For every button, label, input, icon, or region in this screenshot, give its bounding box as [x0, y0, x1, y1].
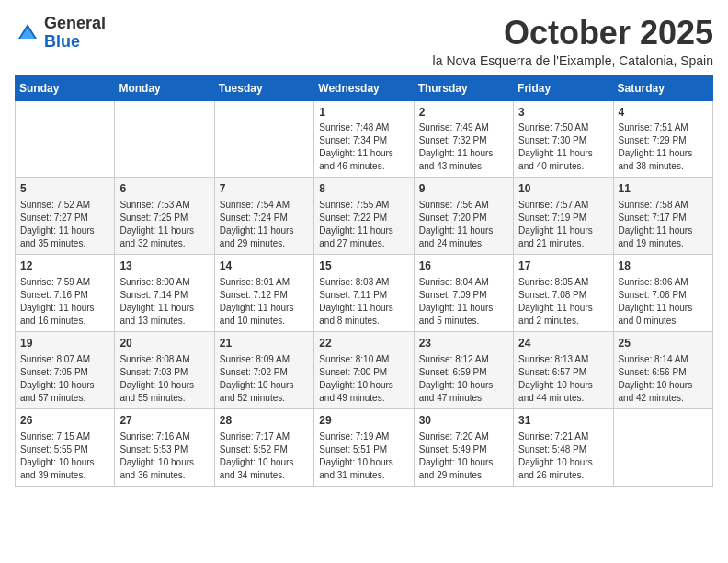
calendar-day-cell: 20Sunrise: 8:08 AM Sunset: 7:03 PM Dayli…: [115, 331, 214, 408]
calendar-day-cell: [16, 100, 115, 178]
day-info: Sunrise: 7:19 AM Sunset: 5:51 PM Dayligh…: [319, 431, 408, 482]
calendar-week-row: 1Sunrise: 7:48 AM Sunset: 7:34 PM Daylig…: [16, 100, 713, 178]
day-of-week-header: Saturday: [613, 75, 712, 100]
day-number: 31: [518, 413, 608, 429]
calendar-day-cell: 31Sunrise: 7:21 AM Sunset: 5:48 PM Dayli…: [514, 408, 613, 486]
calendar-day-cell: 1Sunrise: 7:48 AM Sunset: 7:34 PM Daylig…: [314, 100, 414, 178]
calendar-day-cell: [613, 408, 712, 486]
calendar-day-cell: 21Sunrise: 8:09 AM Sunset: 7:02 PM Dayli…: [214, 331, 313, 408]
calendar-day-cell: 25Sunrise: 8:14 AM Sunset: 6:56 PM Dayli…: [613, 331, 712, 408]
day-info: Sunrise: 7:54 AM Sunset: 7:24 PM Dayligh…: [220, 199, 309, 250]
day-number: 1: [319, 105, 408, 121]
day-number: 15: [319, 259, 408, 274]
day-number: 4: [619, 105, 708, 121]
calendar-table: SundayMondayTuesdayWednesdayThursdayFrid…: [15, 75, 713, 487]
day-number: 3: [518, 105, 608, 121]
calendar-week-row: 19Sunrise: 8:07 AM Sunset: 7:05 PM Dayli…: [16, 331, 713, 408]
day-info: Sunrise: 8:03 AM Sunset: 7:11 PM Dayligh…: [319, 276, 408, 327]
calendar-day-cell: 24Sunrise: 8:13 AM Sunset: 6:57 PM Dayli…: [514, 331, 613, 408]
day-number: 18: [619, 259, 708, 274]
day-info: Sunrise: 7:52 AM Sunset: 7:27 PM Dayligh…: [20, 199, 109, 250]
day-info: Sunrise: 8:12 AM Sunset: 6:59 PM Dayligh…: [419, 353, 508, 405]
day-number: 24: [518, 336, 608, 351]
calendar-day-cell: 3Sunrise: 7:50 AM Sunset: 7:30 PM Daylig…: [514, 100, 613, 178]
calendar-day-cell: 6Sunrise: 7:53 AM Sunset: 7:25 PM Daylig…: [115, 178, 214, 255]
day-info: Sunrise: 7:57 AM Sunset: 7:19 PM Dayligh…: [518, 199, 608, 250]
day-info: Sunrise: 8:10 AM Sunset: 7:00 PM Dayligh…: [319, 353, 408, 405]
day-number: 2: [419, 105, 508, 121]
logo-general: General: [44, 14, 106, 32]
calendar-day-cell: 29Sunrise: 7:19 AM Sunset: 5:51 PM Dayli…: [314, 408, 414, 486]
calendar-day-cell: [115, 100, 214, 178]
calendar-day-cell: 8Sunrise: 7:55 AM Sunset: 7:22 PM Daylig…: [314, 178, 414, 255]
day-of-week-header: Tuesday: [214, 75, 313, 100]
day-info: Sunrise: 7:48 AM Sunset: 7:34 PM Dayligh…: [319, 121, 408, 173]
logo-blue: Blue: [44, 32, 80, 51]
day-number: 10: [518, 181, 608, 197]
calendar-day-cell: 15Sunrise: 8:03 AM Sunset: 7:11 PM Dayli…: [314, 255, 414, 332]
day-of-week-header: Thursday: [414, 75, 513, 100]
day-number: 9: [419, 181, 508, 197]
calendar-day-cell: 5Sunrise: 7:52 AM Sunset: 7:27 PM Daylig…: [16, 178, 115, 255]
day-info: Sunrise: 8:05 AM Sunset: 7:08 PM Dayligh…: [518, 276, 608, 327]
calendar-day-cell: [214, 100, 313, 178]
day-info: Sunrise: 8:01 AM Sunset: 7:12 PM Dayligh…: [220, 276, 309, 327]
day-info: Sunrise: 8:07 AM Sunset: 7:05 PM Dayligh…: [20, 353, 109, 405]
day-info: Sunrise: 7:50 AM Sunset: 7:30 PM Dayligh…: [518, 121, 608, 173]
day-number: 14: [220, 259, 309, 274]
day-info: Sunrise: 7:53 AM Sunset: 7:25 PM Dayligh…: [119, 199, 209, 250]
day-info: Sunrise: 8:04 AM Sunset: 7:09 PM Dayligh…: [419, 276, 508, 327]
day-number: 7: [220, 181, 309, 197]
day-number: 17: [518, 259, 608, 274]
day-number: 8: [319, 181, 408, 197]
calendar-day-cell: 27Sunrise: 7:16 AM Sunset: 5:53 PM Dayli…: [115, 408, 214, 486]
calendar-day-cell: 28Sunrise: 7:17 AM Sunset: 5:52 PM Dayli…: [214, 408, 313, 486]
calendar-day-cell: 30Sunrise: 7:20 AM Sunset: 5:49 PM Dayli…: [414, 408, 513, 486]
logo: General Blue: [15, 15, 106, 52]
calendar-day-cell: 19Sunrise: 8:07 AM Sunset: 7:05 PM Dayli…: [16, 331, 115, 408]
month-title: October 2025: [433, 15, 713, 52]
day-number: 20: [119, 336, 209, 351]
calendar-week-row: 26Sunrise: 7:15 AM Sunset: 5:55 PM Dayli…: [16, 408, 713, 486]
day-number: 23: [419, 336, 508, 351]
day-info: Sunrise: 7:49 AM Sunset: 7:32 PM Dayligh…: [419, 121, 508, 173]
calendar-day-cell: 11Sunrise: 7:58 AM Sunset: 7:17 PM Dayli…: [613, 178, 712, 255]
day-info: Sunrise: 7:58 AM Sunset: 7:17 PM Dayligh…: [619, 199, 708, 250]
calendar-day-cell: 18Sunrise: 8:06 AM Sunset: 7:06 PM Dayli…: [613, 255, 712, 332]
day-number: 27: [119, 413, 209, 429]
day-number: 25: [619, 336, 708, 351]
logo-text: General Blue: [44, 15, 106, 52]
day-number: 11: [619, 181, 708, 197]
calendar-header-row: SundayMondayTuesdayWednesdayThursdayFrid…: [16, 75, 713, 100]
day-info: Sunrise: 8:08 AM Sunset: 7:03 PM Dayligh…: [119, 353, 209, 405]
calendar-day-cell: 10Sunrise: 7:57 AM Sunset: 7:19 PM Dayli…: [514, 178, 613, 255]
calendar-body: 1Sunrise: 7:48 AM Sunset: 7:34 PM Daylig…: [16, 100, 713, 486]
calendar-week-row: 12Sunrise: 7:59 AM Sunset: 7:16 PM Dayli…: [16, 255, 713, 332]
day-number: 16: [419, 259, 508, 274]
day-info: Sunrise: 7:56 AM Sunset: 7:20 PM Dayligh…: [419, 199, 508, 250]
calendar-day-cell: 26Sunrise: 7:15 AM Sunset: 5:55 PM Dayli…: [16, 408, 115, 486]
day-of-week-header: Friday: [514, 75, 613, 100]
day-number: 5: [20, 181, 109, 197]
page-header: General Blue October 2025 la Nova Esquer…: [15, 15, 713, 68]
day-info: Sunrise: 7:15 AM Sunset: 5:55 PM Dayligh…: [20, 431, 109, 482]
day-number: 21: [220, 336, 309, 351]
day-info: Sunrise: 7:20 AM Sunset: 5:49 PM Dayligh…: [419, 431, 508, 482]
day-info: Sunrise: 8:00 AM Sunset: 7:14 PM Dayligh…: [119, 276, 209, 327]
calendar-day-cell: 16Sunrise: 8:04 AM Sunset: 7:09 PM Dayli…: [414, 255, 513, 332]
day-info: Sunrise: 8:06 AM Sunset: 7:06 PM Dayligh…: [619, 276, 708, 327]
day-number: 26: [20, 413, 109, 429]
day-info: Sunrise: 7:16 AM Sunset: 5:53 PM Dayligh…: [119, 431, 209, 482]
day-info: Sunrise: 8:14 AM Sunset: 6:56 PM Dayligh…: [619, 353, 708, 405]
calendar-day-cell: 13Sunrise: 8:00 AM Sunset: 7:14 PM Dayli…: [115, 255, 214, 332]
calendar-day-cell: 23Sunrise: 8:12 AM Sunset: 6:59 PM Dayli…: [414, 331, 513, 408]
day-info: Sunrise: 7:17 AM Sunset: 5:52 PM Dayligh…: [220, 431, 309, 482]
calendar-day-cell: 17Sunrise: 8:05 AM Sunset: 7:08 PM Dayli…: [514, 255, 613, 332]
day-number: 6: [119, 181, 209, 197]
day-of-week-header: Monday: [115, 75, 214, 100]
day-info: Sunrise: 7:59 AM Sunset: 7:16 PM Dayligh…: [20, 276, 109, 327]
calendar-day-cell: 14Sunrise: 8:01 AM Sunset: 7:12 PM Dayli…: [214, 255, 313, 332]
day-info: Sunrise: 7:51 AM Sunset: 7:29 PM Dayligh…: [619, 121, 708, 173]
day-number: 30: [419, 413, 508, 429]
day-number: 19: [20, 336, 109, 351]
